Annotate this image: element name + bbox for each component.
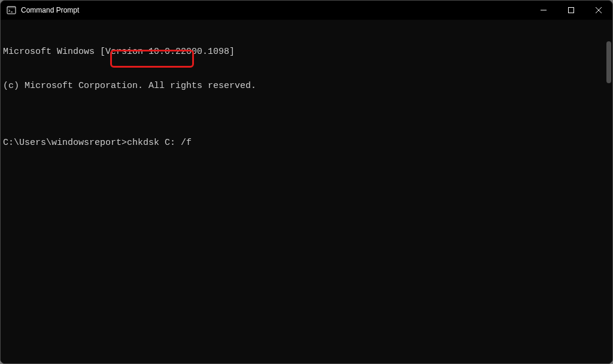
svg-rect-4 [569, 8, 574, 13]
scrollbar-track[interactable] [604, 40, 611, 363]
close-icon [596, 7, 602, 13]
terminal-output: Microsoft Windows [Version 10.0.22000.10… [3, 23, 610, 171]
command-prompt-window: Command Prompt Microsoft Windows [Versio… [0, 0, 613, 364]
minimize-button[interactable] [530, 1, 557, 20]
entered-command[interactable]: chkdsk C: /f [127, 137, 192, 148]
minimize-icon [541, 7, 547, 13]
svg-rect-1 [7, 7, 16, 8]
titlebar[interactable]: Command Prompt [1, 1, 612, 20]
close-button[interactable] [585, 1, 612, 20]
app-icon [7, 5, 16, 15]
prompt-text: C:\Users\windowsreport> [3, 138, 127, 148]
scrollbar-thumb[interactable] [606, 41, 611, 83]
maximize-icon [568, 7, 574, 13]
copyright-line: (c) Microsoft Corporation. All rights re… [3, 80, 610, 92]
window-title: Command Prompt [21, 6, 79, 14]
version-line: Microsoft Windows [Version 10.0.22000.10… [3, 46, 610, 57]
terminal-client-area[interactable]: Microsoft Windows [Version 10.0.22000.10… [1, 20, 612, 363]
maximize-button[interactable] [557, 1, 585, 20]
prompt-line: C:\Users\windowsreport>chkdsk C: /f [3, 137, 610, 148]
